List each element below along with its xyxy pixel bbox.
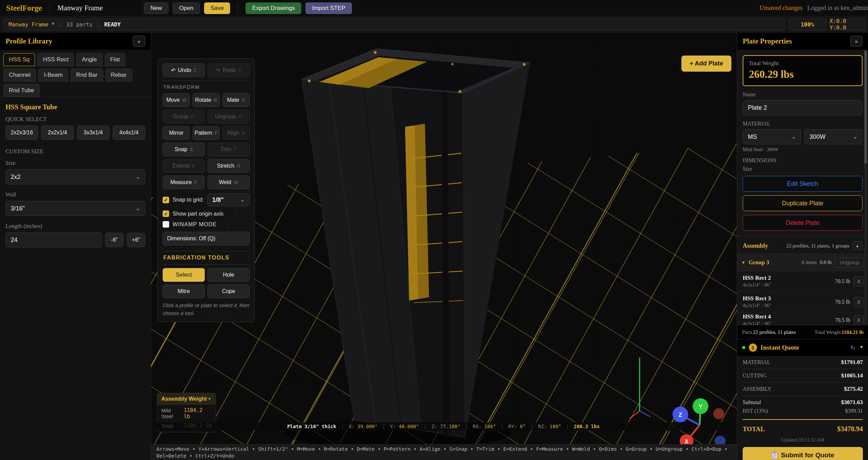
pattern-button[interactable]: PatternP [192,126,219,140]
assembly-item-hss-rect-2[interactable]: HSS Rect 24x2x1/4" - 96" 70.5 lb X [737,271,868,292]
view-gizmo[interactable]: Y Z X [671,396,737,444]
grid-size-select[interactable]: 1/8" ⌄ [207,193,250,206]
selected-part-name: Plate 3/16" thick [287,424,336,429]
top-bar: SteelForge Manway Frame New Open Save Ex… [0,0,868,16]
material-label: MATERIAL [743,121,863,127]
tab-hss-sq[interactable]: HSS Sq [3,53,35,66]
new-button[interactable]: New [144,2,168,14]
tab-flat[interactable]: Flat [105,53,125,66]
winamp-mode-checkbox[interactable]: ✓ [163,221,169,228]
length-minus-6-button[interactable]: -6" [105,233,124,247]
grade-select[interactable]: 300W ⌄ [804,129,863,144]
gizmo-z-label: Z [679,412,682,418]
refresh-icon[interactable]: ↻ [851,344,855,351]
cope-tool-button[interactable]: Cope [207,285,250,298]
assembly-item-hss-rect-3[interactable]: HSS Rect 34x2x1/4" - 96" 70.5 lb X [737,292,868,312]
remove-item-button[interactable]: X [854,297,864,307]
parts-summary-footer: Parts 22 profiles, 11 plates Total Weigh… [737,325,868,339]
chevron-down-icon: ⌄ [136,205,140,211]
dimensions-label: DIMENSIONS [743,157,863,164]
tab-hss-rect[interactable]: HSS Rect [37,53,74,66]
move-button[interactable]: MoveM [163,93,190,107]
material-description: Mild Steel - 300W [743,147,863,153]
quote-assembly-row: ASSEMBLY$275.42 [737,383,868,396]
ungroup-button[interactable]: UngroupU [207,110,250,123]
divider [50,4,50,13]
measure-button[interactable]: MeasureF [163,175,205,189]
tab-angle[interactable]: Angle [76,53,102,66]
plate-name-input[interactable] [743,100,863,115]
group-button[interactable]: GroupG [163,110,205,123]
instant-quote-panel: $ Instant Quote ↻ ▼ MATERIAL$1791.07 CUT… [737,339,868,460]
size-select[interactable]: 2x2 ⌄ [5,169,145,184]
profile-section-title: HSS Square Tube [5,103,145,111]
instant-quote-title: Instant Quote [760,344,799,351]
mitre-tool-button[interactable]: Mitre [163,285,205,298]
tab-rebar[interactable]: Rebar [105,69,132,82]
chevron-down-icon: ⌄ [853,134,857,140]
extend-button[interactable]: ExtendE [163,159,205,173]
tab-rnd-bar[interactable]: Rnd Bar [71,69,103,82]
hole-tool-button[interactable]: Hole [207,268,250,282]
group-weight: 0.0 lb [820,259,831,265]
mirror-button[interactable]: Mirror [163,126,190,140]
assembly-weight-header[interactable]: Assembly Weight ▼ [157,393,216,405]
export-drawings-button[interactable]: Export Drawings [246,2,301,14]
edit-sketch-button[interactable]: Edit Sketch [743,176,863,192]
ungroup-button[interactable]: Ungroup [835,257,864,267]
stretch-button[interactable]: StretchH [207,159,250,173]
quick-size-2x2x1-4[interactable]: 2x2x1/4 [41,125,74,140]
select-tool-button[interactable]: Select [163,268,205,282]
submit-for-quote-button[interactable]: Submit for Quote [743,447,863,460]
collapse-right-panel-button[interactable]: » [850,36,863,47]
group-row[interactable]: ▼ Group 3 6 items 0.0 lb Ungroup [737,254,868,271]
trim-button[interactable]: TrimT [207,143,250,156]
clipboard-icon [771,451,778,459]
import-step-button[interactable]: Import STEP [305,2,352,14]
duplicate-plate-button[interactable]: Duplicate Plate [743,195,863,211]
collapse-chevron-icon: ▼ [207,397,212,401]
wall-select-value: 3/16" [11,205,25,212]
tab-channel[interactable]: Channel [3,69,36,82]
dimensions-toggle-button[interactable]: Dimensions: Off (Q) [163,232,250,245]
length-input[interactable] [5,232,102,247]
quote-collapse-icon[interactable]: ▼ [859,344,864,351]
transform-toolbar: ↶ UndoZ ↷ RedoY TRANSFORM MoveM RotateR … [158,58,255,322]
material-select[interactable]: MS ⌄ [743,129,801,144]
viewport-3d[interactable]: ↶ UndoZ ↷ RedoY TRANSFORM MoveM RotateR … [151,33,737,444]
delete-plate-button[interactable]: Delete Plate [743,215,863,231]
assembly-collapse-button[interactable]: ▲ [852,241,863,250]
show-origin-axis-checkbox[interactable]: ✓ [163,210,169,217]
gizmo-neg-x-ball [713,408,724,419]
quick-size-3x3x1-4[interactable]: 3x3x1/4 [77,125,110,140]
length-plus-6-button[interactable]: +6" [127,233,145,247]
mate-button[interactable]: MateD [223,93,250,107]
quick-size-2x2x3-16[interactable]: 2x2x3/16 [5,125,38,140]
tab-rnd-tube[interactable]: Rnd Tube [3,84,40,97]
remove-item-button[interactable]: X [854,276,864,287]
save-button[interactable]: Save [204,2,230,14]
weld-button[interactable]: WeldW [207,175,250,189]
profile-library-panel: Profile Library « HSS Sq HSS Rect Angle … [0,33,151,460]
tab-i-beam[interactable]: I-Beam [38,69,68,82]
rotate-button[interactable]: RotateR [192,93,219,107]
group-item-count: 6 items [802,259,817,265]
status-ready-badge: READY [104,21,121,28]
quick-size-4x4x1-4[interactable]: 4x4x1/4 [113,125,145,140]
snap-to-grid-checkbox[interactable]: ✓ [163,197,169,203]
redo-button[interactable]: ↷ RedoY [207,63,250,77]
remove-item-button[interactable]: X [854,315,864,325]
collapse-left-panel-button[interactable]: « [133,36,145,47]
divider [238,4,238,13]
selection-z: 77.188" [440,424,460,429]
plate-properties-header: Plate Properties » [737,33,868,50]
add-plate-button[interactable]: + Add Plate [681,56,731,72]
align-button[interactable]: AlignA [223,126,250,140]
panel-scrollbar[interactable] [864,50,867,325]
snap-button[interactable]: SnapS [163,143,205,156]
group-expand-icon[interactable]: ▼ [741,260,745,265]
open-button[interactable]: Open [173,2,200,14]
wall-select[interactable]: 3/16" ⌄ [5,201,145,216]
undo-button[interactable]: ↶ UndoZ [163,63,205,77]
quick-select-buttons: 2x2x3/16 2x2x1/4 3x3x1/4 4x4x1/4 [5,125,145,140]
